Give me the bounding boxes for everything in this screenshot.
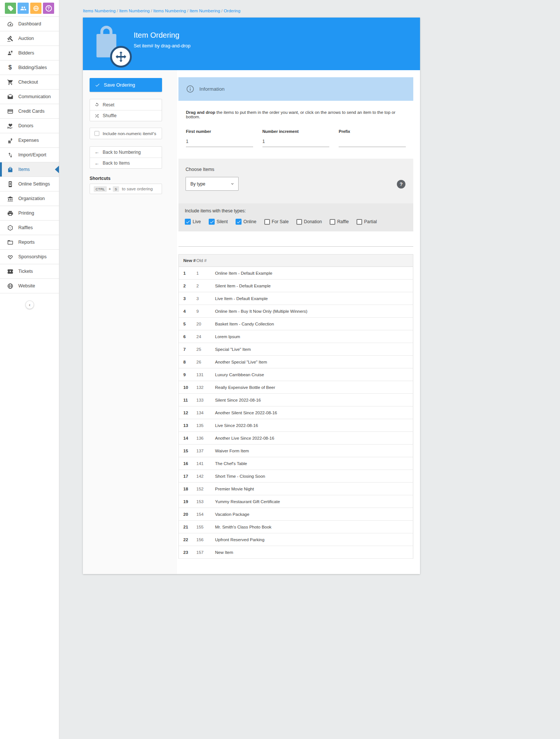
reset-button[interactable]: Reset — [90, 99, 162, 110]
sidebar-item-credit-cards[interactable]: Credit Cards — [0, 104, 59, 119]
breadcrumb-link[interactable]: Item Numbering — [190, 9, 220, 13]
type-checkbox-live[interactable]: Live — [185, 219, 201, 225]
old-number-cell: 141 — [196, 461, 215, 466]
table-row[interactable]: 10132Really Expensive Bottle of Beer — [179, 381, 413, 394]
old-number-cell: 25 — [196, 347, 215, 352]
old-number-cell: 24 — [196, 334, 215, 339]
table-row[interactable]: 12134Another Silent Since 2022-08-16 — [179, 406, 413, 419]
sidebar-item-label: Printing — [18, 211, 34, 216]
sidebar-item-bidders[interactable]: Bidders — [0, 46, 59, 60]
table-row[interactable]: 23157New Item — [179, 546, 413, 559]
sidebar-collapse-button[interactable]: ‹ — [25, 300, 34, 309]
sidebar-item-donors[interactable]: Donors — [0, 119, 59, 133]
include-non-numeric-option[interactable]: Include non-numeric item#'s — [90, 128, 162, 139]
type-label: Donation — [304, 219, 322, 224]
type-checkbox-online[interactable]: Online — [236, 219, 256, 225]
save-ordering-label: Save Ordering — [104, 82, 135, 88]
table-header-row: New # Old # — [179, 255, 413, 267]
sidebar-item-import-export[interactable]: Import/Export — [0, 148, 59, 162]
sidebar-item-online-settings[interactable]: Online Settings — [0, 177, 59, 191]
table-row[interactable]: 826Another Special "Live" Item — [179, 356, 413, 368]
sidebar-item-bidding-sales[interactable]: $ Bidding/Sales — [0, 60, 59, 75]
item-name-cell: Mr. Smith's Class Photo Book — [215, 525, 271, 529]
people-icon[interactable] — [18, 3, 29, 14]
table-row[interactable]: 33Live Item - Default Example — [179, 292, 413, 305]
choose-items-panel: Choose Items By type ? Include items wit… — [178, 159, 413, 247]
sidebar-item-tickets[interactable]: Tickets — [0, 264, 59, 279]
first-number-input[interactable] — [186, 139, 253, 147]
shuffle-button[interactable]: Shuffle — [90, 110, 162, 121]
new-number-cell: 12 — [179, 411, 196, 415]
globe-icon[interactable] — [30, 3, 41, 14]
sidebar-item-label: Website — [18, 283, 35, 289]
chevron-left-icon: ‹ — [29, 302, 30, 308]
type-checkbox-partial[interactable]: Partial — [357, 219, 377, 225]
prefix-input[interactable] — [339, 139, 406, 147]
sidebar-item-dashboard[interactable]: Dashboard — [0, 17, 59, 31]
table-row[interactable]: 9131Luxury Carribbean Cruise — [179, 368, 413, 381]
sidebar-item-raffles[interactable]: Raffles — [0, 221, 59, 235]
table-row[interactable]: 17142Short Time - Closing Soon — [179, 470, 413, 483]
item-name-cell: Another Live Since 2022-08-16 — [215, 436, 274, 440]
table-row[interactable]: 20154Vacation Package — [179, 508, 413, 521]
new-number-cell: 2 — [179, 284, 196, 288]
breadcrumb-link[interactable]: Ordering — [224, 9, 240, 13]
reset-icon — [94, 102, 99, 107]
number-increment-input[interactable] — [262, 139, 330, 147]
sidebar-item-sponsorships[interactable]: Sponsorships — [0, 250, 59, 264]
item-name-cell: Waiver Form Item — [215, 449, 249, 453]
sidebar-item-reports[interactable]: Reports — [0, 235, 59, 250]
table-row[interactable]: 13135Live Since 2022-08-16 — [179, 419, 413, 432]
type-checkbox-raffle[interactable]: Raffle — [330, 219, 349, 225]
sidebar-item-auction[interactable]: Auction — [0, 31, 59, 46]
sidebar-item-label: Dashboard — [18, 21, 41, 26]
checkbox-checked-icon — [236, 219, 242, 225]
sidebar-item-organization[interactable]: Organization — [0, 191, 59, 206]
sidebar-item-expenses[interactable]: Expenses — [0, 133, 59, 148]
table-row[interactable]: 14136Another Live Since 2022-08-16 — [179, 432, 413, 445]
table-row[interactable]: 49Online Item - Buy It Now Only (Multipl… — [179, 305, 413, 318]
save-ordering-button[interactable]: Save Ordering — [90, 78, 162, 92]
sidebar-item-label: Organization — [18, 196, 45, 201]
drag-drop-instructions: Drag and drop the items to put them in t… — [186, 110, 406, 119]
table-row[interactable]: 624Lorem Ipsum — [179, 330, 413, 343]
page-subtitle: Set item# by drag-and-drop — [134, 43, 190, 49]
choose-items-select[interactable]: By type — [186, 177, 239, 191]
table-row[interactable]: 19153Yummy Restaurant Gift Certificate — [179, 495, 413, 508]
breadcrumb-link[interactable]: Items Numbering — [153, 9, 186, 13]
table-row[interactable]: 520Basket Item - Candy Collection — [179, 318, 413, 330]
table-row[interactable]: 18152Premier Movie Night — [179, 483, 413, 495]
sidebar-item-printing[interactable]: Printing — [0, 206, 59, 221]
item-types-section: Include items with these types: LiveSile… — [178, 203, 413, 231]
table-row[interactable]: 22156Upfront Reserved Parking — [179, 533, 413, 546]
back-to-items-button[interactable]: ← Back to Items — [90, 158, 162, 168]
sidebar-item-label: Checkout — [18, 79, 38, 85]
sidebar-item-checkout[interactable]: Checkout — [0, 75, 59, 90]
back-to-numbering-button[interactable]: ← Back to Numbering — [90, 147, 162, 158]
table-row[interactable]: 725Special "Live" Item — [179, 343, 413, 356]
information-panel-header: Information — [178, 77, 413, 101]
sidebar-item-label: Communication — [18, 94, 51, 99]
type-checkbox-silent[interactable]: Silent — [209, 219, 228, 225]
new-number-cell: 9 — [179, 372, 196, 377]
page-title: Item Ordering — [134, 31, 179, 40]
help-icon[interactable]: ? — [43, 3, 54, 14]
items-tag-icon[interactable] — [5, 3, 16, 14]
type-checkbox-for-sale[interactable]: For Sale — [264, 219, 289, 225]
sidebar-item-items[interactable]: Items — [0, 162, 59, 177]
table-row[interactable]: 11133Silent Since 2022-08-16 — [179, 394, 413, 406]
breadcrumb-link[interactable]: Item Numbering — [119, 9, 150, 13]
handshake-heart-icon — [7, 253, 13, 260]
help-button[interactable]: ? — [397, 180, 405, 188]
table-row[interactable]: 16141The Chef's Table — [179, 457, 413, 470]
sidebar-item-website[interactable]: Website — [0, 279, 59, 293]
sidebar: ? Dashboard Auction Bidders $ Bidding/Sa… — [0, 0, 59, 739]
table-row[interactable]: 21155Mr. Smith's Class Photo Book — [179, 521, 413, 533]
type-checkbox-donation[interactable]: Donation — [296, 219, 322, 225]
table-row[interactable]: 22Silent Item - Default Example — [179, 280, 413, 292]
table-row[interactable]: 11Online Item - Default Example — [179, 267, 413, 280]
question-mark-glyph: ? — [400, 181, 403, 187]
sidebar-item-communication[interactable]: Communication — [0, 90, 59, 104]
breadcrumb-link[interactable]: Items Numbering — [83, 9, 116, 13]
table-row[interactable]: 15137Waiver Form Item — [179, 445, 413, 457]
